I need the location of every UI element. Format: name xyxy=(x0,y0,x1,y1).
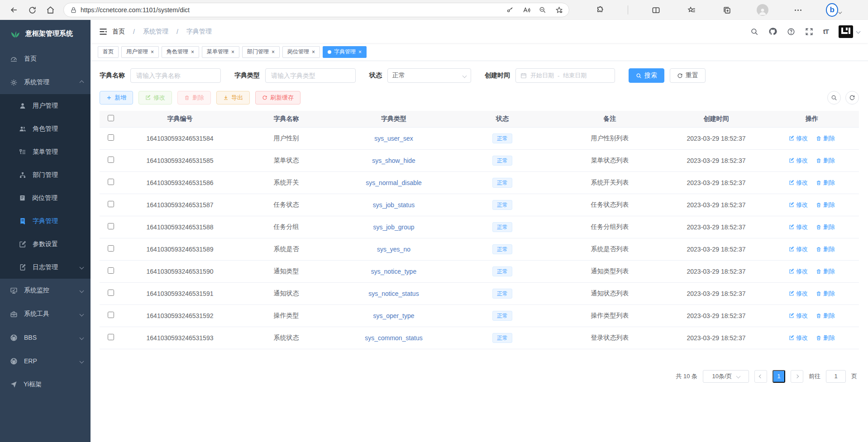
sidebar-item-user[interactable]: 用户管理 xyxy=(0,94,91,117)
sidebar-item-home[interactable]: 首页 xyxy=(0,47,91,71)
font-size-button[interactable]: tT xyxy=(823,28,829,35)
row-edit-link[interactable]: 修改 xyxy=(789,179,808,187)
tab-close-icon[interactable]: × xyxy=(312,49,315,55)
tab-menu[interactable]: 菜单管理× xyxy=(202,46,239,58)
row-checkbox[interactable] xyxy=(108,245,114,252)
dict-type-input[interactable] xyxy=(265,68,356,83)
row-checkbox[interactable] xyxy=(108,312,114,318)
row-delete-link[interactable]: 删除 xyxy=(816,201,835,209)
dict-type-link[interactable]: sys_normal_disable xyxy=(366,179,422,186)
tab-dict[interactable]: 字典管理× xyxy=(323,46,367,58)
reset-button[interactable]: 重置 xyxy=(670,68,706,83)
row-delete-link[interactable]: 删除 xyxy=(816,134,835,143)
favorites-bar-button[interactable] xyxy=(684,2,699,18)
row-edit-link[interactable]: 修改 xyxy=(789,201,808,209)
date-range-picker[interactable]: 开始日期 - 结束日期 xyxy=(515,68,615,83)
sidebar-item-tools[interactable]: 系统工具 xyxy=(0,302,91,326)
sidebar-item-param[interactable]: 参数设置 xyxy=(0,233,91,256)
split-screen-button[interactable] xyxy=(649,2,664,18)
dict-type-link[interactable]: sys_common_status xyxy=(365,334,423,342)
row-checkbox[interactable] xyxy=(108,157,114,163)
search-button[interactable]: 搜索 xyxy=(629,68,664,83)
refresh-cache-button[interactable]: 刷新缓存 xyxy=(255,91,300,105)
profile-button[interactable] xyxy=(755,2,770,18)
add-button[interactable]: 新增 xyxy=(100,91,133,105)
row-delete-link[interactable]: 删除 xyxy=(816,223,835,231)
password-key-button[interactable] xyxy=(504,4,516,16)
row-edit-link[interactable]: 修改 xyxy=(789,312,808,320)
dict-type-link[interactable]: sys_show_hide xyxy=(372,157,415,164)
row-edit-link[interactable]: 修改 xyxy=(789,223,808,231)
bing-chat-button[interactable]: b xyxy=(826,2,841,18)
dict-type-link[interactable]: sys_notice_status xyxy=(368,290,419,297)
row-checkbox[interactable] xyxy=(108,179,114,185)
github-button[interactable] xyxy=(768,27,777,36)
sidebar-item-monitor[interactable]: 系统监控 xyxy=(0,279,91,302)
sidebar-item-logs[interactable]: 日志管理 xyxy=(0,256,91,279)
dict-type-link[interactable]: sys_yes_no xyxy=(377,246,410,253)
sidebar-item-role[interactable]: 角色管理 xyxy=(0,117,91,140)
sidebar-item-yi[interactable]: Yi框架 xyxy=(0,373,91,396)
tab-user[interactable]: 用户管理× xyxy=(121,46,159,58)
row-delete-link[interactable]: 删除 xyxy=(816,267,835,276)
zoom-out-button[interactable] xyxy=(536,4,549,16)
sidebar-item-post[interactable]: 岗位管理 xyxy=(0,186,91,209)
dict-type-link[interactable]: sys_job_group xyxy=(373,223,414,231)
tab-close-icon[interactable]: × xyxy=(358,49,362,55)
row-delete-link[interactable]: 删除 xyxy=(816,179,835,187)
tab-dept[interactable]: 部门管理× xyxy=(242,46,280,58)
refresh-table-button[interactable] xyxy=(845,91,859,105)
row-delete-link[interactable]: 删除 xyxy=(816,157,835,165)
row-checkbox[interactable] xyxy=(108,334,114,340)
read-aloud-button[interactable] xyxy=(520,4,533,16)
dict-type-link[interactable]: sys_user_sex xyxy=(374,135,413,142)
sidebar-item-erp[interactable]: ERP xyxy=(0,349,91,373)
edit-button[interactable]: 修改 xyxy=(138,91,172,105)
browser-back-button[interactable] xyxy=(6,2,22,18)
row-edit-link[interactable]: 修改 xyxy=(789,267,808,276)
export-button[interactable]: 导出 xyxy=(216,91,250,105)
address-bar[interactable]: https://ccnetcore.com:1101/system/dict xyxy=(63,3,569,17)
collapse-sidebar-button[interactable] xyxy=(99,27,108,36)
tab-home[interactable]: 首页 xyxy=(98,46,119,58)
row-checkbox[interactable] xyxy=(108,134,114,141)
browser-home-button[interactable] xyxy=(43,2,58,18)
browser-refresh-button[interactable] xyxy=(24,2,40,18)
dict-name-input[interactable] xyxy=(130,68,221,83)
goto-page-input[interactable] xyxy=(826,370,846,383)
row-edit-link[interactable]: 修改 xyxy=(789,157,808,165)
tab-close-icon[interactable]: × xyxy=(191,49,194,55)
tab-close-icon[interactable]: × xyxy=(231,49,234,55)
tab-close-icon[interactable]: × xyxy=(272,49,275,55)
current-page-button[interactable]: 1 xyxy=(773,370,785,383)
status-select[interactable]: 正常 xyxy=(387,68,471,83)
help-button[interactable] xyxy=(787,28,795,36)
dict-type-link[interactable]: sys_oper_type xyxy=(373,312,414,319)
browser-settings-button[interactable] xyxy=(791,2,806,18)
breadcrumb-system[interactable]: 系统管理 xyxy=(143,28,168,36)
row-delete-link[interactable]: 删除 xyxy=(816,290,835,298)
toggle-search-button[interactable] xyxy=(827,91,841,105)
row-edit-link[interactable]: 修改 xyxy=(789,334,808,342)
select-all-checkbox[interactable] xyxy=(108,115,114,121)
next-page-button[interactable] xyxy=(791,370,803,383)
row-checkbox[interactable] xyxy=(108,223,114,229)
row-checkbox[interactable] xyxy=(108,290,114,296)
prev-page-button[interactable] xyxy=(754,370,767,383)
sidebar-item-bbs[interactable]: BBS xyxy=(0,326,91,349)
row-checkbox[interactable] xyxy=(108,201,114,207)
sidebar-item-system[interactable]: 系统管理 xyxy=(0,71,91,94)
sidebar-item-dept[interactable]: 部门管理 xyxy=(0,163,91,186)
header-search-button[interactable] xyxy=(750,28,758,36)
user-menu-button[interactable] xyxy=(839,25,860,38)
dict-type-link[interactable]: sys_job_status xyxy=(373,201,415,209)
tab-close-icon[interactable]: × xyxy=(151,49,154,55)
row-edit-link[interactable]: 修改 xyxy=(789,245,808,253)
sidebar-item-menu[interactable]: 菜单管理 xyxy=(0,140,91,163)
collections-button[interactable] xyxy=(720,2,735,18)
row-delete-link[interactable]: 删除 xyxy=(816,334,835,342)
tab-role[interactable]: 角色管理× xyxy=(162,46,199,58)
row-delete-link[interactable]: 删除 xyxy=(816,245,835,253)
page-size-select[interactable]: 10条/页 xyxy=(703,370,749,383)
row-checkbox[interactable] xyxy=(108,267,114,274)
